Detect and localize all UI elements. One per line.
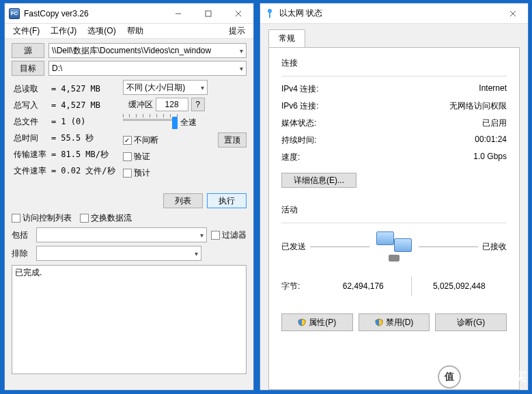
buffer-input[interactable]: 128: [156, 98, 188, 111]
source-button[interactable]: 源: [12, 43, 44, 58]
shield-icon: [298, 318, 306, 326]
speed-full-label: 全速: [180, 117, 197, 128]
speed-value: 1.0 Gbps: [473, 152, 507, 163]
network-activity-icon: [374, 231, 415, 262]
include-field[interactable]: [36, 227, 207, 242]
dest-button[interactable]: 目标: [12, 61, 44, 76]
status-text: 已完成.: [15, 267, 243, 279]
properties-button[interactable]: 属性(P): [281, 313, 353, 331]
duration-value: 00:01:24: [475, 135, 507, 146]
nonstop-checkbox[interactable]: ✓不间断: [123, 135, 158, 146]
execute-button[interactable]: 执行: [207, 193, 247, 208]
dest-path-field[interactable]: D:\: [48, 61, 247, 76]
bytes-label: 字节:: [281, 281, 316, 292]
tab-page: 连接 IPv4 连接:Internet IPv6 连接:无网络访问权限 媒体状态…: [268, 47, 520, 390]
shield-icon: [375, 318, 383, 326]
fastcopy-window: FC FastCopy ver3.26 文件(F) 工作(J) 选项(O) 帮助…: [4, 3, 254, 391]
acl-checkbox[interactable]: 访问控制列表: [12, 212, 72, 224]
diagnose-button[interactable]: 诊断(G): [435, 313, 507, 331]
speed-slider[interactable]: [123, 114, 178, 130]
titlebar[interactable]: 以太网 状态: [260, 3, 528, 24]
mode-select[interactable]: 不同 (大小/日期): [123, 80, 208, 95]
tab-general[interactable]: 常规: [268, 29, 305, 47]
svg-rect-1: [206, 11, 211, 16]
menu-file[interactable]: 文件(F): [8, 24, 45, 38]
watermark-badge-icon: 值: [438, 365, 461, 389]
source-path-field[interactable]: \\Dell\数据库\Documents\Videos\cn_window: [48, 43, 247, 58]
stats-table: 总读取=4,527 MB 总写入=4,527 MB 总文件=1 (0) 总时间=…: [12, 80, 117, 180]
buffer-help-button[interactable]: ?: [191, 98, 205, 111]
list-button[interactable]: 列表: [163, 193, 203, 208]
swap-checkbox[interactable]: 交换数据流: [80, 212, 132, 224]
media-value: 已启用: [482, 117, 507, 129]
details-button[interactable]: 详细信息(E)...: [281, 173, 356, 188]
titlebar[interactable]: FC FastCopy ver3.26: [5, 3, 253, 24]
menu-tip[interactable]: 提示: [223, 24, 251, 38]
menu-work[interactable]: 工作(J): [45, 24, 82, 38]
menu-help[interactable]: 帮助: [122, 24, 149, 38]
exclude-label: 排除: [12, 248, 32, 259]
close-button[interactable]: [498, 4, 528, 23]
recv-label: 已接收: [482, 241, 507, 253]
menubar: 文件(F) 工作(J) 选项(O) 帮助 提示: [5, 24, 253, 39]
app-icon: FC: [9, 8, 20, 19]
network-icon: [264, 8, 275, 19]
verify-checkbox[interactable]: 验证: [123, 151, 150, 163]
ipv6-value: 无网络访问权限: [449, 100, 507, 112]
minimize-button[interactable]: [163, 4, 193, 23]
maximize-button[interactable]: [193, 4, 223, 23]
ethernet-status-window: 以太网 状态 常规 连接 IPv4 连接:Internet IPv6 连接:无网…: [260, 3, 529, 391]
activity-section: 活动: [281, 204, 507, 216]
svg-rect-5: [269, 12, 270, 18]
ipv4-value: Internet: [479, 83, 507, 95]
window-title: 以太网 状态: [279, 8, 498, 19]
top-button[interactable]: 置顶: [218, 132, 247, 147]
bytes-sent: 62,494,176: [316, 281, 411, 291]
window-title: FastCopy ver3.26: [24, 9, 163, 18]
include-label: 包括: [12, 229, 32, 241]
sent-label: 已发送: [281, 241, 306, 253]
bytes-recv: 5,025,092,448: [412, 281, 507, 291]
connection-section: 连接: [281, 57, 507, 69]
close-button[interactable]: [223, 4, 253, 23]
filter-checkbox[interactable]: 过滤器: [211, 229, 247, 241]
watermark: 值 什么值得买: [438, 365, 527, 389]
disable-button[interactable]: 禁用(D): [359, 313, 430, 331]
menu-options[interactable]: 选项(O): [82, 24, 121, 38]
status-box: 已完成.: [12, 265, 247, 374]
estimate-checkbox[interactable]: 预计: [123, 167, 150, 179]
buffer-label: 缓冲区: [123, 99, 153, 111]
exclude-field[interactable]: [36, 246, 201, 261]
